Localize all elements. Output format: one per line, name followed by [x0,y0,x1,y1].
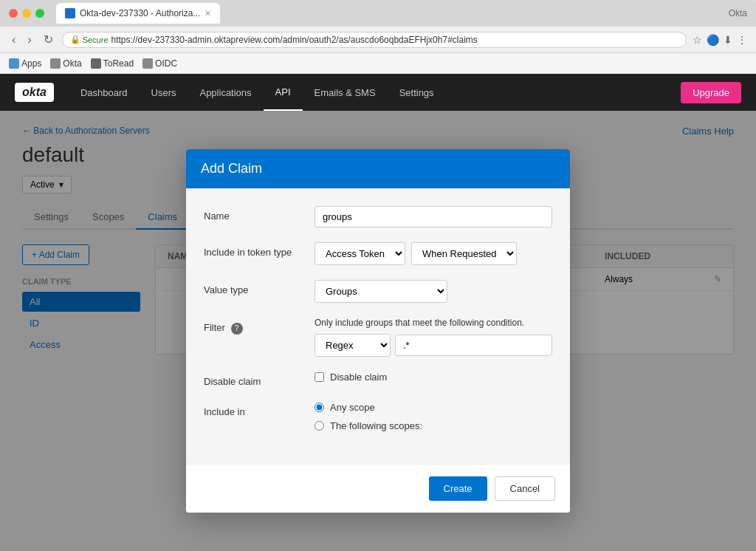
url-text: https://dev-237330-admin.oktapreview.com… [111,35,478,45]
name-label: Name [204,206,315,222]
disable-claim-checkbox[interactable] [315,372,324,382]
shield-icon: 🔵 [707,34,719,46]
value-type-row: Value type Groups Expression String [204,280,552,303]
app-area: okta Dashboard Users Applications API Em… [0,74,756,551]
name-control [315,206,552,227]
modal-header: Add Claim [186,149,570,188]
active-tab[interactable]: Okta-dev-237330 - Authoriza... ✕ [56,3,220,24]
any-scope-radio[interactable] [315,403,324,412]
oidc-bookmark-icon [142,58,153,69]
title-bar: Okta-dev-237330 - Authoriza... ✕ Okta [0,0,756,27]
tab-bar: Okta-dev-237330 - Authoriza... ✕ [56,3,723,24]
upgrade-button[interactable]: Upgrade [681,82,741,103]
include-in-radio-group: Any scope The following scopes: [315,402,552,431]
include-in-row: Include in Any scope The foll [204,402,552,431]
add-claim-modal: Add Claim Name Include in token type [186,149,570,513]
toread-bookmark-icon [91,58,101,69]
filter-type-select[interactable]: Regex Starts with Equals Contains [315,334,391,357]
bookmarks-bar: Apps Okta ToRead OIDC [0,53,756,74]
filter-hint: Only include groups that meet the follow… [315,318,552,328]
modal-footer: Create Cancel [186,464,570,513]
download-icon[interactable]: ⬇ [724,34,732,46]
bookmark-apps[interactable]: Apps [9,58,41,69]
browser-title: Okta [729,8,747,18]
when-requested-select[interactable]: When Requested Always [411,242,517,265]
value-type-select[interactable]: Groups Expression String [315,280,447,303]
menu-icon[interactable]: ⋮ [737,34,747,46]
any-scope-label: Any scope [330,402,375,413]
create-button[interactable]: Create [429,476,487,501]
nav-settings[interactable]: Settings [388,74,446,111]
following-scopes-radio[interactable] [315,421,324,431]
following-scopes-label: The following scopes: [330,420,422,431]
maximize-button[interactable] [35,9,44,18]
close-button[interactable] [9,9,18,18]
okta-nav-items: Dashboard Users Applications API Emails … [69,74,681,111]
include-in-control: Any scope The following scopes: [315,402,552,431]
cancel-button[interactable]: Cancel [495,476,555,501]
okta-nav: okta Dashboard Users Applications API Em… [0,74,756,111]
okta-logo: okta [15,83,54,102]
filter-row: Filter ? Only include groups that meet t… [204,318,552,357]
inline-selects: Access Token ID Token When Requested Alw… [315,242,552,265]
filter-control: Only include groups that meet the follow… [315,318,552,357]
apps-bookmark-icon [9,58,19,69]
token-type-control: Access Token ID Token When Requested Alw… [315,242,552,265]
filter-help-icon[interactable]: ? [231,323,243,335]
bookmark-oidc[interactable]: OIDC [142,58,177,69]
nav-icons: ☆ 🔵 ⬇ ⋮ [693,34,747,46]
secure-badge: 🔒 Secure [70,35,109,44]
disable-claim-checkbox-label: Disable claim [330,372,387,383]
nav-users[interactable]: Users [140,74,188,111]
modal-title: Add Claim [201,161,262,176]
value-type-label: Value type [204,280,315,295]
filter-value-input[interactable] [395,335,552,356]
bookmark-icon[interactable]: ☆ [693,34,702,46]
nav-dashboard[interactable]: Dashboard [69,74,140,111]
forward-button[interactable]: › [24,32,34,48]
following-scopes-row: The following scopes: [315,420,552,431]
tab-title: Okta-dev-237330 - Authoriza... [80,8,200,18]
token-type-select[interactable]: Access Token ID Token [315,242,405,265]
any-scope-row: Any scope [315,402,552,413]
nav-bar: ‹ › ↻ 🔒 Secure https://dev-237330-admin.… [0,27,756,53]
filter-inputs: Regex Starts with Equals Contains [315,334,552,357]
nav-emails-sms[interactable]: Emails & SMS [303,74,388,111]
nav-applications[interactable]: Applications [188,74,263,111]
disable-claim-checkbox-row: Disable claim [315,372,552,383]
back-button[interactable]: ‹ [9,32,18,48]
tab-close-icon[interactable]: ✕ [205,9,211,18]
disable-claim-control: Disable claim [315,372,552,383]
tab-favicon [65,8,75,18]
disable-claim-label: Disable claim [204,372,315,387]
token-type-label: Include in token type [204,242,315,258]
filter-label: Filter ? [204,318,315,335]
url-bar[interactable]: 🔒 Secure https://dev-237330-admin.oktapr… [62,32,687,48]
disable-claim-row: Disable claim Disable claim [204,372,552,387]
okta-bookmark-icon [50,58,61,69]
include-in-label: Include in [204,402,315,417]
modal-body: Name Include in token type A [186,188,570,464]
name-row: Name [204,206,552,227]
modal-overlay: Add Claim Name Include in token type [0,111,756,551]
value-type-control: Groups Expression String [315,280,552,303]
token-type-row: Include in token type Access Token ID To… [204,242,552,265]
nav-api[interactable]: API [264,74,303,111]
minimize-button[interactable] [22,9,31,18]
bookmark-okta[interactable]: Okta [50,58,81,69]
traffic-lights [9,9,44,18]
bookmark-toread[interactable]: ToRead [91,58,134,69]
refresh-button[interactable]: ↻ [41,31,56,48]
name-input[interactable] [315,206,552,227]
page-content: ← Back to Authorization Servers default … [0,111,756,551]
